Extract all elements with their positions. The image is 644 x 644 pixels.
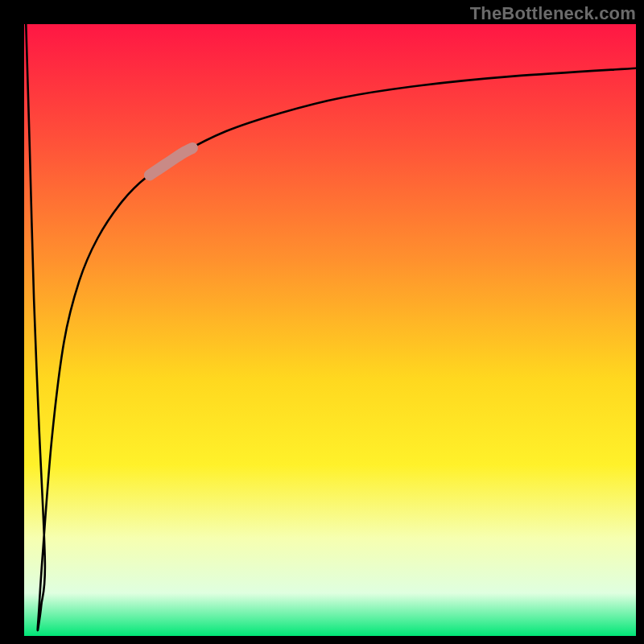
chart-frame: TheBottleneck.com: [0, 0, 644, 644]
bottleneck-chart: [24, 24, 636, 636]
plot-area: [24, 24, 636, 636]
watermark-label: TheBottleneck.com: [470, 3, 636, 24]
gradient-background: [24, 24, 636, 636]
